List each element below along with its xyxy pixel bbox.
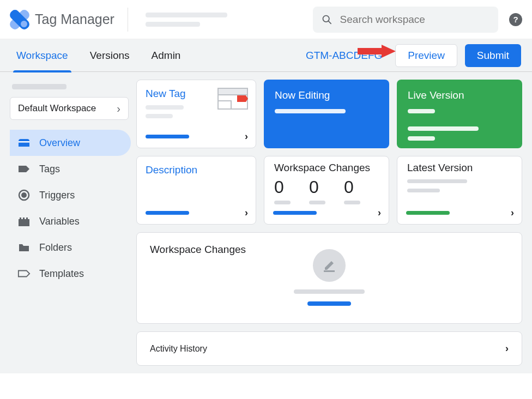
skeleton: [406, 211, 450, 215]
latest-version-title: Latest Version: [407, 162, 512, 174]
skeleton: [344, 201, 360, 204]
chevron-right-icon: ›: [245, 131, 248, 142]
nav-folders[interactable]: Folders: [10, 234, 131, 261]
chevron-right-icon: ›: [378, 207, 381, 219]
wc-value-3: 0: [344, 177, 360, 197]
live-version-title: Live Version: [408, 89, 511, 101]
skeleton: [146, 105, 184, 110]
workspace-selector-label: Default Workspace: [18, 103, 96, 114]
workspace-selector[interactable]: Default Workspace ›: [10, 97, 129, 120]
cards-area: New Tag › Now Editing Live V: [136, 80, 522, 366]
skeleton: [307, 301, 351, 306]
content-area: Default Workspace › Overview Tags Trigge…: [0, 72, 532, 373]
new-tag-card[interactable]: New Tag ›: [136, 80, 256, 148]
nav-triggers[interactable]: Triggers: [10, 182, 131, 208]
tab-versions[interactable]: Versions: [84, 39, 135, 72]
variables-icon: [17, 215, 31, 228]
now-editing-card[interactable]: Now Editing: [264, 80, 389, 148]
wc-value-1: 0: [274, 177, 291, 197]
live-version-card[interactable]: Live Version: [397, 80, 522, 148]
skeleton: [273, 211, 317, 215]
tab-workspace[interactable]: Workspace: [11, 39, 74, 72]
tabs-bar: Workspace Versions Admin GTM-ABCDEFG Pre…: [0, 39, 532, 72]
activity-history-card[interactable]: Activity History ›: [136, 331, 522, 366]
svg-rect-11: [23, 217, 25, 220]
logo-section: Tag Manager: [10, 10, 114, 29]
tags-icon: [17, 162, 31, 176]
top-bar: Tag Manager ?: [0, 0, 532, 39]
latest-version-card[interactable]: Latest Version ›: [397, 156, 522, 225]
skeleton: [407, 179, 467, 183]
container-id-link[interactable]: GTM-ABCDEFG: [306, 50, 382, 62]
svg-rect-14: [218, 88, 247, 95]
wc-value-2: 0: [309, 177, 325, 197]
templates-icon: [17, 267, 31, 280]
skeleton: [146, 114, 173, 118]
nav-label: Templates: [39, 268, 84, 280]
breadcrumb-placeholder: [146, 13, 227, 27]
svg-rect-6: [19, 141, 29, 143]
skeleton: [274, 201, 291, 204]
submit-button[interactable]: Submit: [465, 44, 521, 67]
sidebar-skeleton: [12, 84, 66, 89]
svg-point-8: [21, 192, 27, 198]
skeleton: [408, 126, 479, 131]
preview-button[interactable]: Preview: [395, 44, 457, 67]
nav-tags[interactable]: Tags: [10, 156, 131, 182]
now-editing-title: Now Editing: [275, 89, 378, 101]
browser-tag-icon: [217, 88, 248, 110]
svg-rect-9: [19, 219, 29, 226]
chevron-right-icon: ›: [505, 343, 509, 354]
nav-variables[interactable]: Variables: [10, 208, 131, 234]
description-title: Description: [146, 164, 247, 176]
nav-label: Variables: [39, 216, 80, 227]
description-card[interactable]: Description ›: [136, 156, 256, 225]
divider: [128, 8, 128, 32]
skeleton: [408, 136, 435, 141]
skeleton: [294, 289, 365, 294]
empty-state: [150, 249, 509, 306]
workspace-changes-panel: Workspace Changes: [136, 232, 522, 324]
product-title: Tag Manager: [35, 11, 114, 27]
skeleton: [275, 109, 346, 113]
svg-point-2: [21, 21, 27, 27]
skeleton: [146, 135, 189, 138]
search-icon: [322, 14, 332, 26]
workspace-changes-title: Workspace Changes: [274, 162, 379, 174]
folders-icon: [17, 241, 31, 254]
tab-admin[interactable]: Admin: [146, 39, 186, 72]
skeleton: [407, 189, 440, 192]
chevron-right-icon: ›: [117, 102, 120, 115]
sidebar: Default Workspace › Overview Tags Trigge…: [10, 80, 129, 366]
svg-rect-16: [324, 270, 335, 272]
chevron-right-icon: ›: [245, 207, 248, 219]
svg-rect-10: [20, 217, 21, 220]
tag-manager-logo-icon: [10, 10, 29, 29]
nav-label: Tags: [39, 164, 60, 175]
nav-label: Triggers: [39, 190, 75, 201]
overview-icon: [17, 136, 31, 149]
nav-label: Overview: [39, 137, 80, 149]
search-box[interactable]: [313, 7, 498, 33]
skeleton: [309, 201, 325, 204]
nav-label: Folders: [39, 242, 72, 253]
nav-overview[interactable]: Overview: [10, 130, 131, 156]
workspace-changes-card[interactable]: Workspace Changes 0 0 0 ›: [264, 156, 389, 225]
triggers-icon: [17, 189, 31, 202]
search-input[interactable]: [340, 14, 489, 26]
chevron-right-icon: ›: [511, 207, 514, 219]
nav-templates[interactable]: Templates: [10, 261, 131, 287]
svg-line-4: [328, 21, 331, 23]
skeleton: [408, 109, 435, 113]
edit-icon: [313, 249, 346, 282]
skeleton: [146, 211, 189, 215]
activity-history-title: Activity History: [150, 344, 207, 354]
help-button[interactable]: ?: [509, 13, 522, 26]
svg-rect-12: [26, 217, 28, 220]
